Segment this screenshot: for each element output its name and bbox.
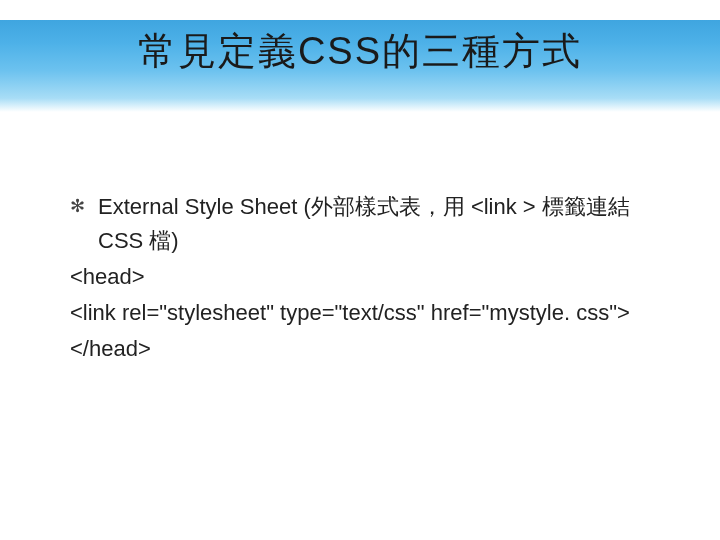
code-line-head-close: </head> xyxy=(70,332,665,366)
slide: 常見定義CSS的三種方式 External Style Sheet (外部樣式表… xyxy=(0,0,720,540)
title-band: 常見定義CSS的三種方式 xyxy=(0,20,720,112)
content-area: External Style Sheet (外部樣式表，用 <link > 標籤… xyxy=(70,190,665,368)
code-line-link: <link rel="stylesheet" type="text/css" h… xyxy=(70,296,665,330)
slide-title: 常見定義CSS的三種方式 xyxy=(138,26,582,77)
code-line-head-open: <head> xyxy=(70,260,665,294)
bullet-item: External Style Sheet (外部樣式表，用 <link > 標籤… xyxy=(70,190,665,258)
